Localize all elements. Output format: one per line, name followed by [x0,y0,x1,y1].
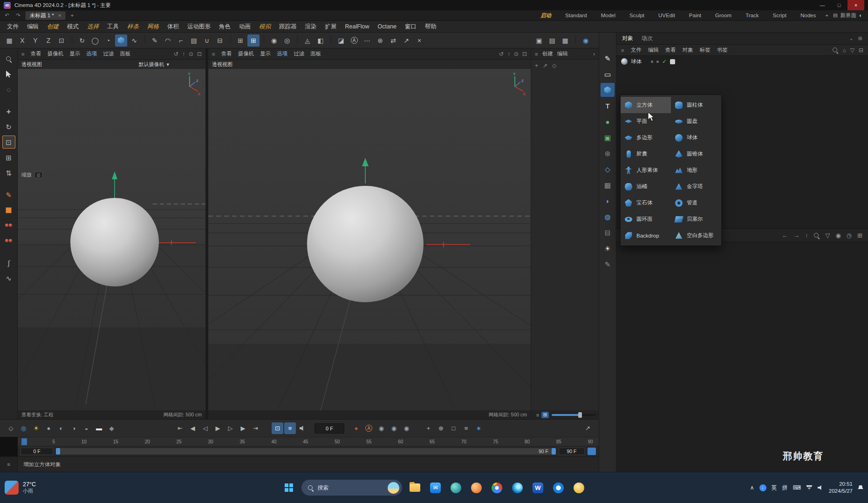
frame-scene-icon[interactable]: ↑ [507,51,510,57]
menu-mode[interactable]: 模式 [63,23,83,31]
pen-tool[interactable]: ✎ [2,188,15,201]
close-command-button[interactable]: × [413,34,425,47]
primitive-cylinder-item[interactable]: 圆柱体 [671,97,721,113]
light-toggle-icon[interactable]: ☀ [30,422,42,434]
document-tab[interactable]: 未标题 1 * × [25,11,66,20]
primitive-cube-item[interactable]: 立方体 [621,97,671,113]
stopwatch-button[interactable]: □ [448,422,459,434]
list-view-button[interactable]: ≡ [534,412,541,418]
sphere-tool-button[interactable]: ◉ [268,34,280,47]
panel-menu-icon[interactable]: ≡ [621,48,624,53]
redo-icon[interactable]: ↷ [14,12,22,19]
visibility-dot-icon[interactable] [651,61,653,63]
field-icon[interactable]: ◇ [601,162,615,176]
autokey-button[interactable]: A [363,422,375,434]
add-track-button[interactable]: + [535,62,538,69]
layout-track[interactable]: Track [745,13,759,18]
primitive-emptypoly-item[interactable]: 空白多边形 [671,227,721,244]
om-menu-file[interactable]: 文件 [631,47,642,54]
spline-key-icon[interactable]: ◆ [106,422,117,434]
wifi-icon[interactable] [806,485,813,490]
maximize-button[interactable]: □ [831,0,847,10]
slider-knob[interactable] [578,412,582,418]
layout-paint[interactable]: Paint [689,13,701,18]
loop-range-button[interactable]: ⊡ [272,422,283,434]
lock-x-button[interactable]: X [16,34,28,47]
move-tool[interactable]: + [2,105,15,118]
layout-sculpt[interactable]: Sculpt [629,13,644,18]
primitive-capsule-item[interactable]: 胶囊 [621,146,671,162]
vp-menu-view[interactable]: 查看 [221,50,232,57]
focus-icon[interactable]: ⊙ [514,51,519,57]
filter-icon[interactable]: ▽ [850,47,854,53]
panel-icon[interactable]: ⊞ [857,232,862,238]
vp-menu-options[interactable]: 选项 [86,50,97,57]
separator[interactable] [141,34,148,47]
vp-menu-display[interactable]: 显示 [69,50,80,57]
start-button[interactable] [280,478,298,497]
primitive-cube-icon[interactable] [601,83,615,97]
lock-z-button[interactable]: Z [42,34,55,47]
keyframe-icon[interactable]: ◇ [5,422,17,434]
om-menu-view[interactable]: 查看 [665,47,676,54]
material-dots-icon[interactable] [2,219,15,232]
status-menu-button[interactable]: ≡ [0,457,18,472]
dock-menu-edit[interactable]: 编辑 [557,50,568,57]
menu-simulate[interactable]: 模拟 [255,23,275,31]
viewport-left-canvas[interactable] [18,60,205,419]
enabled-check-icon[interactable]: ✓ [662,58,667,65]
reset-view-icon[interactable]: ↺ [499,51,504,57]
camera-dropdown[interactable]: 默认摄像机 ▾ [138,61,169,68]
camera-array-icon[interactable]: ⊟ [601,225,615,239]
angle-button[interactable]: ⌐ [175,34,187,47]
material-dots2-icon[interactable] [2,234,15,247]
rotate-tool[interactable]: ↻ [2,120,15,133]
scene-helper-icon[interactable]: ▦ [601,178,615,192]
separator[interactable] [68,34,75,47]
next-key-button[interactable]: ▶ [237,422,249,434]
filter-icon[interactable]: ▽ [825,232,830,238]
select-tool[interactable] [2,68,15,81]
layout-grid-icon[interactable]: ▦ [3,34,15,47]
light-icon[interactable]: ☀ [601,241,615,255]
primitive-cone-item[interactable]: 圆锥体 [671,146,721,162]
tab-objects[interactable]: 对象 [622,34,633,42]
overlay-box-icon[interactable]: ⊡ [34,172,42,178]
reset-view-icon[interactable]: ↺ [174,51,178,57]
extrude-button[interactable]: ◧ [314,34,327,47]
vp-menu-cameras[interactable]: 摄像机 [238,50,254,57]
volume-icon[interactable]: ⊛ [601,146,615,160]
edge-dev-icon[interactable] [447,478,465,497]
up-icon[interactable]: ↑ [805,232,808,238]
layout-groom[interactable]: Groom [715,13,731,18]
playhead-marker[interactable] [21,438,27,445]
prev-key-button[interactable]: ◀ [187,422,198,434]
export-button[interactable]: ↗ [400,34,412,47]
om-menu-object[interactable]: 对象 [683,47,693,54]
dots-button[interactable]: ⋯ [361,34,373,47]
record-rot-button[interactable]: ◉ [401,422,412,434]
history-icon[interactable]: ◷ [847,232,852,238]
tray-chevron-icon[interactable]: ∧ [750,484,754,491]
vp-menu-view[interactable]: 查看 [31,50,41,57]
word-icon[interactable]: W [529,478,547,497]
transform-tool[interactable]: ⊞ [2,151,15,164]
tag-pen-icon[interactable]: ✎ [601,257,615,271]
lock-icon[interactable]: ◉ [835,232,841,238]
panel-menu-icon[interactable]: ≡ [212,51,215,57]
add-layout-button[interactable]: + [823,13,830,18]
primitive-pyramid-item[interactable]: 金字塔 [671,178,721,195]
primitive-backdrop-item[interactable]: Backdrop [621,227,671,244]
move-keys-button[interactable]: + [423,422,434,434]
primitive-polygon-item[interactable]: 多边形 [621,129,671,146]
browser-icon[interactable] [467,478,486,497]
dock-chevron-icon[interactable]: › [593,51,595,57]
prev-frame-button[interactable]: ◁ [199,422,211,434]
c4d-app-icon[interactable] [570,478,588,497]
primitive-oiltank-item[interactable]: 油桶 [621,178,671,195]
dock-menu-create[interactable]: 创建 [542,50,553,57]
range-end-field[interactable]: 90 F [559,448,585,455]
vp-menu-filter[interactable]: 过滤 [103,50,114,57]
sphere-object[interactable] [307,186,424,302]
taskbar-search[interactable]: 搜索 [301,480,402,496]
